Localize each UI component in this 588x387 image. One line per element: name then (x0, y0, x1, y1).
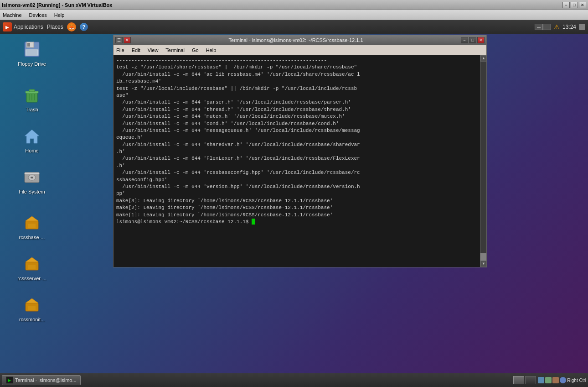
rcssmonit-label: rcssmonit... (19, 317, 45, 322)
terminal-output: ----------------------------------------… (116, 57, 484, 225)
titlebar-buttons: − □ ✕ (562, 2, 586, 8)
home-icon (21, 125, 43, 147)
svg-rect-21 (28, 265, 36, 269)
clock: 13:24 (562, 24, 576, 30)
svg-marker-11 (25, 130, 39, 143)
terminal-cursor (252, 219, 255, 225)
terminal-maximize-button[interactable]: □ (469, 37, 476, 43)
desktop-icon-rcssserver[interactable]: rcssserver-... (14, 253, 50, 281)
applications-menu[interactable]: ▶ Applications (3, 22, 43, 31)
virtualbox-titlebar: lsimons-vm02 [Running] - Sun xVM Virtual… (0, 0, 588, 10)
terminal-menu-go[interactable]: Go (192, 47, 199, 53)
minimize-button[interactable]: − (562, 2, 570, 8)
terminal-title-buttons-right: − □ ✕ (461, 37, 485, 43)
filesystem-label: File System (19, 189, 45, 194)
taskbar-left: ▶ Terminal - lsimons@lsimo... (2, 375, 81, 385)
applications-label: Applications (14, 24, 43, 30)
terminal-window: ☰ ✕ Terminal - lsimons@lsimons-vm02: ~/R… (113, 35, 487, 267)
svg-rect-2 (27, 43, 30, 47)
network-icon (538, 377, 544, 383)
menu-help[interactable]: Help (54, 12, 65, 18)
terminal-close-button-2[interactable]: ✕ (477, 37, 485, 43)
taskbar-right: Right Ctrl (513, 376, 586, 384)
terminal-titlebar: ☰ ✕ Terminal - lsimons@lsimons-vm02: ~/R… (113, 35, 486, 45)
taskbar-terminal-button[interactable]: ▶ Terminal - lsimons@lsimo... (2, 375, 81, 385)
desktop-icon-home[interactable]: Home (14, 125, 50, 153)
terminal-menu-file[interactable]: File (116, 47, 124, 53)
menu-devices[interactable]: Devices (29, 12, 47, 18)
taskbar-terminal-label: Terminal - lsimons@lsimo... (15, 377, 77, 383)
monitor-icon-1: ▬ (535, 24, 543, 30)
terminal-menu-terminal[interactable]: Terminal (165, 47, 185, 53)
terminal-title-buttons-left: ☰ ✕ (115, 37, 131, 43)
battery-icon (552, 377, 559, 383)
svg-rect-18 (28, 224, 36, 228)
terminal-menu-view[interactable]: View (148, 47, 159, 53)
desktop-icon-floppy[interactable]: Floppy Drive (14, 38, 50, 67)
workspace-switcher (513, 376, 536, 384)
terminal-content[interactable]: ----------------------------------------… (113, 55, 486, 267)
floppy-label: Floppy Drive (18, 61, 46, 67)
svg-marker-17 (26, 216, 38, 221)
trash-icon (21, 84, 43, 106)
desktop: Floppy Drive Trash Home (0, 34, 588, 373)
monitor-icon-2 (543, 24, 551, 30)
places-menu[interactable]: Places (47, 24, 63, 30)
menu-machine[interactable]: Machine (3, 12, 22, 18)
svg-rect-7 (29, 89, 35, 92)
desktop-icon-rcssmonit[interactable]: rcssmonit... (14, 294, 50, 322)
scroll-down-arrow[interactable]: ▼ (480, 261, 486, 267)
help-icon[interactable]: ? (80, 23, 88, 31)
floppy-icon (21, 38, 43, 60)
rcssserver-icon (21, 253, 43, 275)
scroll-up-arrow[interactable]: ▲ (480, 55, 486, 62)
terminal-menu-help[interactable]: Help (206, 47, 217, 53)
lock-icon[interactable] (579, 24, 585, 30)
applications-icon: ▶ (3, 22, 12, 31)
terminal-menubar: File Edit View Terminal Go Help (113, 45, 486, 55)
workspace-1[interactable] (513, 376, 524, 384)
svg-marker-20 (26, 257, 38, 262)
host-menubar: Machine Devices Help (0, 10, 588, 20)
rcssbase-icon (21, 212, 43, 234)
firefox-icon[interactable]: 🦊 (67, 22, 76, 31)
right-ctrl-label: Right Ctrl (567, 378, 586, 383)
desktop-icon-rcssbase[interactable]: rcssbase-... (14, 212, 50, 240)
rcssbase-label: rcssbase-... (19, 235, 45, 240)
svg-rect-4 (26, 50, 37, 55)
panel-right: ▬ ⚠ 13:24 (535, 23, 585, 31)
warning-icon: ⚠ (554, 23, 560, 31)
gnome-panel: ▶ Applications Places 🦊 ? ▬ ⚠ 13:24 (0, 20, 588, 34)
filesystem-icon (21, 166, 43, 188)
terminal-menu-button[interactable]: ☰ (115, 37, 123, 43)
desktop-icon-filesystem[interactable]: File System (14, 166, 50, 194)
terminal-title: Terminal - lsimons@lsimons-vm02: ~/RCSS/… (131, 37, 461, 43)
globe-icon (560, 377, 566, 383)
home-label: Home (25, 148, 38, 153)
rcssmonit-icon (21, 294, 43, 316)
terminal-close-button[interactable]: ✕ (124, 37, 131, 43)
trash-label: Trash (26, 107, 38, 112)
volume-icon (545, 377, 552, 383)
taskbar: ▶ Terminal - lsimons@lsimo... Right Ctrl (0, 373, 588, 387)
terminal-minimize-button[interactable]: − (461, 37, 468, 43)
workspace-2[interactable] (525, 376, 536, 384)
svg-point-14 (31, 177, 33, 178)
taskbar-terminal-icon: ▶ (6, 377, 13, 384)
close-button[interactable]: ✕ (579, 2, 586, 8)
svg-rect-24 (28, 306, 36, 310)
panel-left: ▶ Applications Places 🦊 ? (3, 22, 88, 31)
svg-marker-23 (26, 298, 38, 303)
virtualbox-title: lsimons-vm02 [Running] - Sun xVM Virtual… (2, 2, 112, 8)
rcssserver-label: rcssserver-... (17, 276, 46, 281)
maximize-button[interactable]: □ (571, 2, 578, 8)
svg-rect-15 (25, 173, 39, 174)
terminal-menu-edit[interactable]: Edit (132, 47, 140, 53)
terminal-prompt: lsimons@lsimons-vm02:~/RCSS/rcssbase-12.… (116, 219, 255, 225)
taskbar-icons: Right Ctrl (538, 377, 586, 383)
desktop-icon-trash[interactable]: Trash (14, 84, 50, 112)
terminal-scrollbar[interactable]: ▲ ▼ (480, 55, 486, 267)
